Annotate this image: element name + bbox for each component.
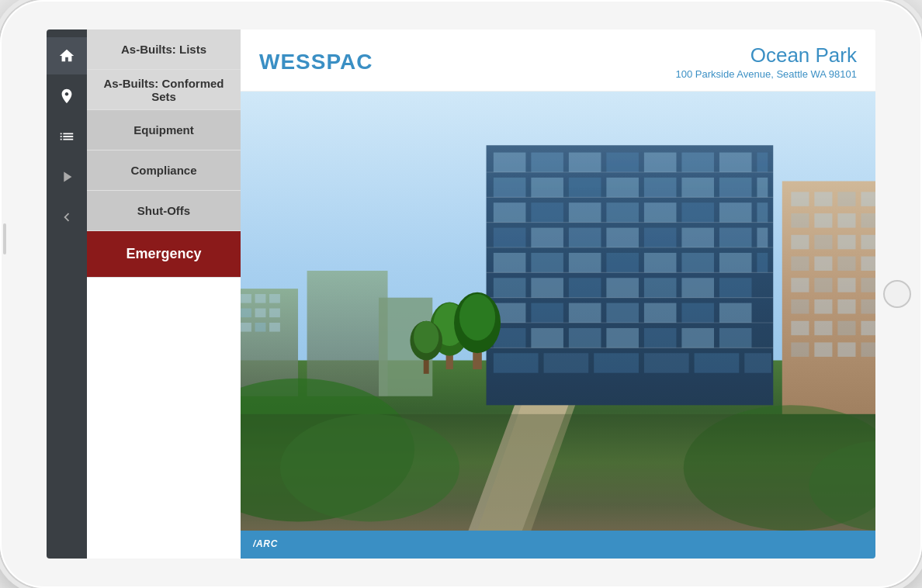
svg-rect-29 — [569, 178, 601, 197]
svg-rect-103 — [861, 213, 875, 227]
svg-rect-23 — [644, 153, 677, 172]
svg-rect-127 — [837, 321, 855, 335]
svg-rect-115 — [791, 278, 809, 292]
svg-rect-24 — [681, 153, 714, 172]
svg-text:/ARC: /ARC — [253, 538, 278, 549]
property-address: 100 Parkside Avenue, Seattle WA 98101 — [676, 68, 857, 80]
svg-rect-26 — [757, 153, 768, 172]
svg-rect-40 — [681, 202, 714, 222]
svg-rect-51 — [494, 253, 526, 272]
brand-logo: WESSPAC — [259, 50, 373, 74]
svg-rect-96 — [814, 192, 832, 206]
svg-rect-56 — [681, 253, 714, 272]
sidebar-item-play[interactable] — [47, 158, 87, 195]
svg-rect-36 — [531, 202, 563, 222]
svg-rect-85 — [744, 353, 771, 372]
menu-item-as-builts-lists[interactable]: As-Builts: Lists — [87, 29, 241, 70]
svg-rect-100 — [791, 213, 809, 227]
svg-rect-128 — [861, 321, 875, 335]
svg-rect-43 — [494, 228, 526, 247]
svg-rect-22 — [606, 153, 639, 172]
svg-rect-16 — [269, 323, 280, 332]
svg-rect-64 — [681, 278, 714, 297]
svg-rect-6 — [307, 271, 388, 396]
svg-rect-47 — [644, 228, 677, 247]
svg-rect-13 — [269, 309, 280, 318]
main-content: WESSPAC Ocean Park 100 Parkside Avenue, … — [241, 29, 875, 559]
svg-rect-112 — [837, 257, 855, 271]
menu-item-shut-offs[interactable]: Shut-Offs — [87, 191, 241, 231]
screen: As-Builts: Lists As-Builts: Conformed Se… — [47, 29, 875, 559]
svg-rect-78 — [681, 328, 714, 348]
menu-item-as-builts-conformed[interactable]: As-Builts: Conformed Sets — [87, 70, 241, 110]
sidebar-item-home[interactable] — [47, 37, 87, 74]
svg-rect-42 — [757, 202, 768, 222]
footer-bar: /ARC — [241, 531, 875, 559]
svg-rect-126 — [814, 321, 832, 335]
svg-rect-83 — [644, 353, 689, 372]
building-image — [241, 92, 875, 531]
svg-rect-35 — [494, 202, 526, 222]
svg-rect-28 — [531, 178, 563, 197]
svg-rect-84 — [695, 353, 740, 372]
sidebar-item-list[interactable] — [47, 118, 87, 155]
icon-sidebar — [47, 29, 87, 559]
svg-rect-30 — [606, 178, 639, 197]
menu-item-emergency[interactable]: Emergency — [87, 231, 241, 278]
svg-rect-33 — [719, 178, 752, 197]
svg-rect-63 — [644, 278, 677, 297]
arc-logo-svg: /ARC — [253, 536, 284, 552]
svg-rect-79 — [719, 328, 752, 348]
svg-rect-58 — [757, 253, 768, 272]
sidebar-item-back[interactable] — [47, 199, 87, 236]
svg-rect-105 — [791, 235, 809, 249]
svg-rect-45 — [569, 228, 601, 247]
svg-rect-59 — [494, 278, 526, 297]
svg-rect-74 — [531, 328, 563, 348]
svg-rect-15 — [255, 323, 266, 332]
property-name: Ocean Park — [676, 43, 857, 67]
svg-rect-121 — [814, 299, 832, 313]
svg-rect-44 — [531, 228, 563, 247]
svg-rect-76 — [606, 328, 639, 348]
property-info: Ocean Park 100 Parkside Avenue, Seattle … — [676, 43, 857, 79]
svg-rect-53 — [569, 253, 601, 272]
svg-rect-116 — [814, 278, 832, 292]
svg-rect-106 — [814, 235, 832, 249]
svg-rect-97 — [837, 192, 855, 206]
svg-rect-108 — [861, 235, 875, 249]
svg-rect-27 — [494, 178, 526, 197]
svg-rect-69 — [606, 303, 639, 323]
svg-rect-102 — [837, 213, 855, 227]
svg-rect-77 — [644, 328, 677, 348]
menu-item-compliance[interactable]: Compliance — [87, 150, 241, 191]
svg-rect-57 — [719, 253, 752, 272]
menu-item-equipment[interactable]: Equipment — [87, 110, 241, 150]
svg-rect-75 — [569, 328, 601, 348]
svg-rect-12 — [255, 309, 266, 318]
svg-rect-54 — [606, 253, 639, 272]
building-scene — [241, 92, 875, 531]
sidebar-item-location[interactable] — [47, 78, 87, 115]
tablet-frame: As-Builts: Lists As-Builts: Conformed Se… — [0, 0, 922, 588]
svg-rect-50 — [757, 228, 768, 247]
svg-rect-80 — [494, 353, 539, 372]
svg-rect-67 — [531, 303, 563, 323]
svg-point-143 — [459, 294, 495, 341]
svg-rect-52 — [531, 253, 563, 272]
svg-rect-122 — [837, 299, 855, 313]
menu-sidebar: As-Builts: Lists As-Builts: Conformed Se… — [87, 29, 241, 559]
svg-rect-123 — [861, 299, 875, 313]
svg-rect-41 — [719, 202, 752, 222]
svg-rect-148 — [241, 414, 875, 531]
svg-rect-130 — [791, 342, 809, 356]
svg-rect-34 — [757, 178, 768, 197]
svg-rect-111 — [814, 257, 832, 271]
svg-rect-95 — [791, 192, 809, 206]
list-icon — [58, 128, 75, 145]
svg-rect-60 — [531, 278, 563, 297]
svg-rect-117 — [837, 278, 855, 292]
svg-rect-72 — [719, 303, 752, 323]
svg-rect-131 — [814, 342, 832, 356]
svg-rect-20 — [531, 153, 563, 172]
